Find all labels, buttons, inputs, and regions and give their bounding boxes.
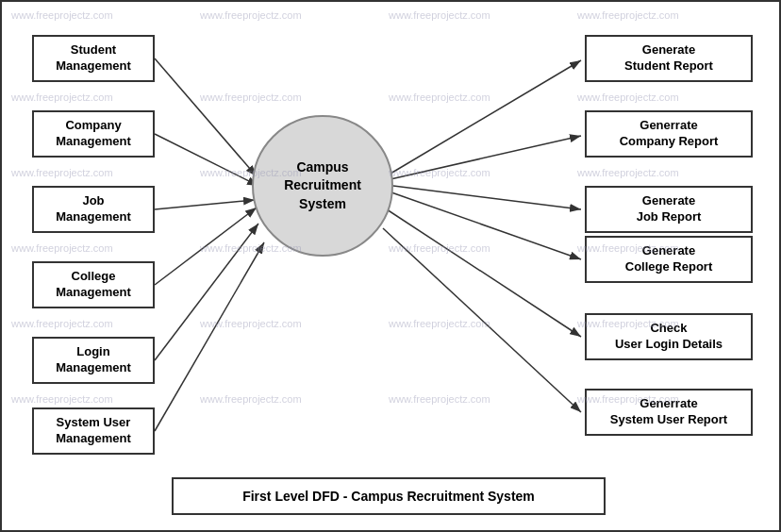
- svg-line-11: [391, 192, 581, 259]
- watermark: www.freeprojectz.com: [200, 9, 302, 21]
- login-management-label: Login Management: [56, 344, 130, 376]
- watermark: www.freeprojectz.com: [577, 91, 679, 103]
- college-management-box: College Management: [32, 261, 155, 308]
- gen-job-report-box: Generate Job Report: [585, 186, 753, 233]
- watermark: www.freeprojectz.com: [200, 91, 302, 103]
- svg-line-13: [383, 228, 581, 412]
- job-management-box: Job Management: [32, 186, 155, 233]
- svg-line-12: [387, 209, 581, 337]
- gen-college-report-label: Generate College Report: [625, 243, 712, 275]
- gen-student-report-label: Generate Student Report: [624, 42, 713, 75]
- watermark: www.freeprojectz.com: [11, 393, 113, 405]
- svg-line-9: [390, 136, 581, 179]
- watermark: www.freeprojectz.com: [11, 9, 113, 21]
- bottom-label-text: First Level DFD - Campus Recruitment Sys…: [242, 489, 535, 504]
- gen-college-report-box: Generate College Report: [585, 236, 753, 283]
- svg-line-5: [155, 208, 257, 285]
- gen-student-report-box: Generate Student Report: [585, 35, 753, 82]
- center-circle: Campus Recruitment System: [252, 115, 393, 257]
- sysuser-management-label: System User Management: [56, 415, 130, 447]
- watermark: www.freeprojectz.com: [577, 9, 679, 21]
- student-management-box: Student Management: [32, 35, 155, 82]
- check-login-box: Check User Login Details: [585, 313, 753, 360]
- svg-line-2: [155, 58, 257, 176]
- watermark: www.freeprojectz.com: [11, 91, 113, 103]
- svg-line-3: [155, 134, 258, 186]
- gen-sysuser-report-label: Generrate System User Report: [610, 396, 727, 428]
- gen-company-report-label: Generrate Company Report: [620, 118, 719, 150]
- svg-line-7: [155, 242, 264, 431]
- company-management-box: Company Management: [32, 110, 155, 158]
- check-login-label: Check User Login Details: [615, 321, 723, 353]
- sysuser-management-box: System User Management: [32, 407, 155, 455]
- student-management-label: Student Management: [56, 42, 130, 75]
- watermark: www.freeprojectz.com: [389, 393, 490, 405]
- watermark: www.freeprojectz.com: [200, 318, 302, 329]
- watermark: www.freeprojectz.com: [389, 91, 490, 103]
- watermark: www.freeprojectz.com: [389, 9, 490, 21]
- svg-line-6: [155, 224, 258, 360]
- watermark: www.freeprojectz.com: [11, 242, 113, 254]
- college-management-label: College Management: [56, 269, 130, 301]
- watermark: www.freeprojectz.com: [389, 167, 490, 178]
- watermark: www.freeprojectz.com: [200, 393, 302, 405]
- gen-job-report-label: Generate Job Report: [637, 193, 702, 225]
- company-management-label: Company Management: [56, 118, 130, 150]
- login-management-box: Login Management: [32, 337, 155, 384]
- watermark: www.freeprojectz.com: [389, 318, 490, 329]
- watermark: www.freeprojectz.com: [389, 242, 490, 254]
- gen-company-report-box: Generrate Company Report: [585, 110, 753, 158]
- watermark: www.freeprojectz.com: [11, 167, 113, 178]
- svg-line-4: [155, 200, 255, 209]
- job-management-label: Job Management: [56, 193, 130, 225]
- main-container: www.freeprojectz.com www.freeprojectz.co…: [0, 0, 781, 532]
- watermark: www.freeprojectz.com: [11, 318, 113, 329]
- bottom-label: First Level DFD - Campus Recruitment Sys…: [172, 477, 606, 515]
- watermark: www.freeprojectz.com: [577, 167, 679, 178]
- svg-line-8: [390, 60, 581, 174]
- gen-sysuser-report-box: Generrate System User Report: [585, 389, 753, 436]
- svg-line-10: [393, 186, 581, 209]
- center-circle-label: Campus Recruitment System: [284, 158, 361, 214]
